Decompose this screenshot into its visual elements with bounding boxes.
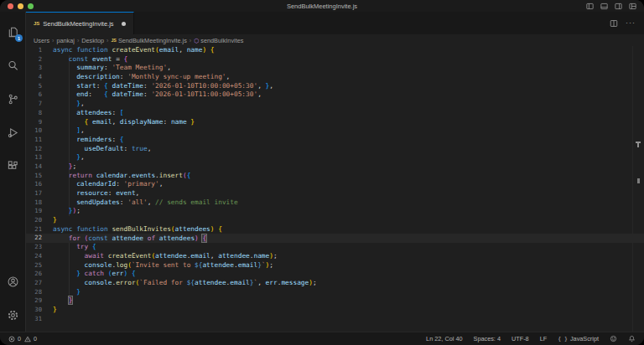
split-editor-icon[interactable]: [610, 16, 618, 31]
cursor-position[interactable]: Ln 22, Col 40: [426, 335, 462, 342]
code-line[interactable]: 5 start: { dateTime: '2026-01-10T10:00:0…: [26, 82, 644, 91]
line-number[interactable]: 24: [26, 252, 53, 261]
toggle-secondary-sidebar-icon[interactable]: [615, 3, 622, 10]
code-line[interactable]: 25 console.log(`Invite sent to ${attende…: [26, 261, 644, 270]
explorer-icon[interactable]: 1: [0, 15, 25, 49]
customize-layout-icon[interactable]: [629, 3, 636, 10]
code-line[interactable]: 22 for (const attendee of attendees) {: [26, 234, 644, 243]
breadcrumb-item[interactable]: ⬡sendBulkInvites: [194, 37, 243, 44]
settings-gear-icon[interactable]: [0, 298, 25, 332]
minimap-scrollbar[interactable]: [632, 46, 644, 332]
line-number[interactable]: 22: [26, 234, 53, 243]
code-line[interactable]: 30}: [26, 306, 644, 315]
eol-sequence[interactable]: LF: [540, 335, 548, 342]
line-number[interactable]: 30: [26, 306, 53, 315]
indentation-setting[interactable]: Spaces: 4: [474, 335, 501, 342]
source-control-icon[interactable]: [0, 82, 25, 116]
line-number[interactable]: 12: [26, 145, 53, 154]
code-line[interactable]: 28 }: [26, 288, 644, 297]
code-line[interactable]: 1async function createEvent(email, name)…: [26, 46, 644, 55]
line-number[interactable]: 3: [26, 64, 53, 73]
symbol-method-icon: ⬡: [194, 38, 199, 44]
breadcrumb-item[interactable]: pankaj: [56, 37, 75, 44]
line-number[interactable]: 7: [26, 100, 53, 109]
line-number[interactable]: 26: [26, 270, 53, 279]
notifications-bell-icon[interactable]: [628, 335, 636, 342]
code-line[interactable]: 24 await createEvent(attendee.email, att…: [26, 252, 644, 261]
line-number[interactable]: 11: [26, 136, 53, 145]
code-line[interactable]: 18 sendUpdates: 'all', // sends email in…: [26, 198, 644, 208]
code-line[interactable]: 17 resource: event,: [26, 189, 644, 198]
line-number[interactable]: 1: [26, 46, 53, 55]
code-line[interactable]: 16 calendarId: 'primary',: [26, 180, 644, 189]
code-line[interactable]: 12 useDefault: true,: [26, 145, 644, 154]
code-line[interactable]: 15 return calendar.events.insert({: [26, 172, 644, 181]
code-line[interactable]: 7 },: [26, 100, 644, 109]
line-number[interactable]: 5: [26, 82, 53, 91]
code-line[interactable]: 31: [26, 315, 644, 324]
line-number[interactable]: 20: [26, 216, 53, 225]
feedback-icon[interactable]: [610, 335, 617, 342]
code-line[interactable]: 9 { email, displayName: name }: [26, 118, 644, 127]
line-number[interactable]: 19: [26, 207, 53, 216]
code-line[interactable]: 19 });: [26, 207, 644, 216]
line-number[interactable]: 29: [26, 296, 53, 306]
line-number[interactable]: 25: [26, 261, 53, 270]
code-line[interactable]: 3 summary: 'Team Meeting',: [26, 64, 644, 73]
extensions-icon[interactable]: [0, 149, 25, 183]
code-line[interactable]: 21async function sendBulkInvites(attende…: [26, 225, 644, 234]
maximize-window-button[interactable]: [28, 3, 34, 9]
code-line[interactable]: 27 console.error(`Failed for ${attendee.…: [26, 279, 644, 288]
code-line[interactable]: 10 ],: [26, 126, 644, 136]
line-number[interactable]: 23: [26, 243, 53, 252]
run-debug-icon[interactable]: [0, 116, 25, 149]
line-number[interactable]: 9: [26, 118, 53, 127]
line-number[interactable]: 2: [26, 55, 53, 64]
modified-dot-icon[interactable]: [122, 22, 126, 26]
line-number[interactable]: 31: [26, 315, 53, 324]
code-line[interactable]: 14 };: [26, 162, 644, 172]
code-editor[interactable]: 1async function createEvent(email, name)…: [26, 46, 644, 332]
problems-warnings[interactable]: 0: [24, 335, 37, 342]
line-number[interactable]: 4: [26, 73, 53, 82]
line-number[interactable]: 15: [26, 172, 53, 181]
line-number[interactable]: 10: [26, 126, 53, 136]
encoding[interactable]: UTF-8: [512, 335, 529, 342]
code-line[interactable]: 11 reminders: {: [26, 136, 644, 145]
code-line[interactable]: 13 },: [26, 153, 644, 162]
line-number[interactable]: 18: [26, 198, 53, 208]
minimize-window-button[interactable]: [18, 3, 23, 9]
breadcrumb-item[interactable]: JSSendBulkMeetingInvite.js: [111, 37, 186, 44]
line-number[interactable]: 17: [26, 189, 53, 198]
code-line[interactable]: 29 }: [26, 296, 644, 306]
line-number[interactable]: 6: [26, 90, 53, 100]
code-line-content: useDefault: true,: [53, 145, 151, 154]
more-actions-icon[interactable]: ···: [626, 19, 636, 27]
search-icon[interactable]: [0, 49, 25, 82]
line-number[interactable]: 16: [26, 180, 53, 189]
code-line[interactable]: 8 attendees: [: [26, 109, 644, 118]
line-number[interactable]: 27: [26, 279, 53, 288]
breadcrumb-item[interactable]: Users: [34, 37, 49, 44]
code-line[interactable]: 20}: [26, 216, 644, 225]
tab-label: SendBulkMeetingInvite.js: [43, 20, 113, 28]
language-mode[interactable]: { } JavaScript: [558, 335, 599, 342]
code-line[interactable]: 26 } catch (err) {: [26, 270, 644, 279]
line-number[interactable]: 14: [26, 162, 53, 172]
toggle-panel-icon[interactable]: [600, 3, 608, 10]
line-number[interactable]: 28: [26, 288, 53, 297]
account-icon[interactable]: [0, 265, 25, 298]
code-line[interactable]: 23 try {: [26, 243, 644, 252]
toggle-primary-sidebar-icon[interactable]: [586, 3, 594, 10]
breadcrumb-item[interactable]: Desktop: [81, 37, 104, 44]
code-line-content: ],: [53, 126, 85, 136]
line-number[interactable]: 8: [26, 109, 53, 118]
tab-sendbulkmeetinginvite[interactable]: JS SendBulkMeetingInvite.js: [26, 12, 134, 34]
code-line[interactable]: 2 const event = {: [26, 55, 644, 64]
code-line[interactable]: 6 end: { dateTime: '2026-01-10T11:00:00+…: [26, 90, 644, 100]
line-number[interactable]: 13: [26, 153, 53, 162]
line-number[interactable]: 21: [26, 225, 53, 234]
problems-errors[interactable]: 0: [8, 335, 21, 342]
close-window-button[interactable]: [8, 3, 13, 9]
code-line[interactable]: 4 description: 'Monthly sync-up meeting'…: [26, 73, 644, 82]
